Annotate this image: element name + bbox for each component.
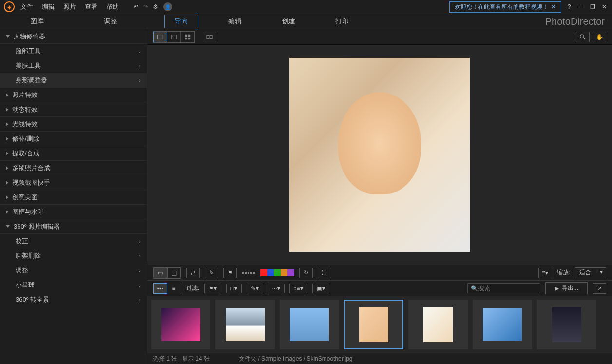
svg-rect-8 bbox=[210, 35, 212, 38]
menu-view[interactable]: 查看 bbox=[85, 2, 97, 11]
top-tools: ↶ ↷ ⚙ 👤 bbox=[134, 2, 172, 11]
minimize-icon[interactable]: — bbox=[577, 3, 585, 11]
thumbnail[interactable] bbox=[344, 300, 403, 349]
export-button[interactable]: ▶ 导出... bbox=[545, 282, 588, 294]
flag-icon[interactable]: ⚑ bbox=[223, 268, 237, 278]
color-swatches[interactable] bbox=[260, 269, 294, 276]
filter-brush[interactable]: ✎▾ bbox=[247, 284, 263, 293]
menu-help[interactable]: 帮助 bbox=[106, 2, 119, 11]
color-swatch[interactable] bbox=[281, 269, 287, 276]
view-grid-icon[interactable] bbox=[181, 32, 194, 42]
thumbnail[interactable] bbox=[280, 300, 339, 349]
thumbnail[interactable] bbox=[408, 300, 468, 349]
zoom-select[interactable]: 适合 ▾ bbox=[575, 267, 606, 278]
chevron-right-icon: › bbox=[139, 282, 141, 288]
filter-rating[interactable]: ···▾ bbox=[268, 284, 285, 293]
filter-stack[interactable]: ▣▾ bbox=[312, 284, 329, 293]
tutorial-banner[interactable]: 欢迎您！在此查看所有的教程视频！ ✕ bbox=[449, 1, 561, 13]
sidebar-group[interactable]: 光线特效 bbox=[0, 117, 147, 132]
undo-icon[interactable]: ↶ bbox=[134, 3, 138, 10]
color-swatch[interactable] bbox=[274, 269, 281, 276]
sidebar-group[interactable]: 人物修饰器 bbox=[0, 29, 147, 44]
menu-edit[interactable]: 编辑 bbox=[42, 2, 55, 11]
color-swatch[interactable] bbox=[287, 269, 294, 276]
search-box[interactable]: 🔍 ✕ bbox=[467, 283, 540, 293]
thumbnail-image bbox=[290, 308, 329, 341]
sidebar-sub-item[interactable]: 小星球› bbox=[0, 278, 147, 292]
thumbnail[interactable] bbox=[537, 300, 596, 349]
close-icon[interactable]: ✕ bbox=[551, 3, 556, 10]
filter-label-btn[interactable]: □▾ bbox=[226, 284, 241, 293]
layout-split-icon[interactable]: ◫ bbox=[167, 268, 181, 278]
tab-edit[interactable]: 编辑 bbox=[218, 15, 252, 28]
app-logo: ◉ bbox=[4, 1, 15, 12]
menu-file[interactable]: 文件 bbox=[20, 2, 33, 11]
sidebar-group-label: 修补/删除 bbox=[12, 134, 39, 143]
sidebar-group[interactable]: 照片特效 bbox=[0, 88, 147, 102]
menu-photo[interactable]: 照片 bbox=[63, 2, 76, 11]
view-thumb-icon[interactable] bbox=[167, 32, 181, 42]
rating-dots[interactable] bbox=[242, 272, 255, 274]
thumbnail[interactable] bbox=[473, 300, 532, 349]
main-image bbox=[289, 58, 470, 252]
tab-adjust[interactable]: 调整 bbox=[74, 14, 147, 29]
sidebar-group-label: 照片特效 bbox=[12, 91, 38, 99]
sidebar-group[interactable]: 图框与水印 bbox=[0, 205, 147, 219]
gear-icon[interactable]: ⚙ bbox=[153, 3, 158, 10]
thumb-small-icon[interactable]: ▪▪▪ bbox=[153, 283, 167, 294]
redo-icon[interactable]: ↷ bbox=[143, 3, 148, 10]
layout-group: ▭ ◫ bbox=[153, 267, 181, 279]
share-icon[interactable]: ↗ bbox=[593, 283, 606, 294]
compare-icon[interactable] bbox=[203, 32, 216, 42]
search-icon: 🔍 bbox=[471, 285, 478, 292]
sidebar-group[interactable]: 动态特效 bbox=[0, 102, 147, 117]
sidebar-group-label: 图框与水印 bbox=[12, 208, 44, 216]
thumbnail[interactable] bbox=[151, 300, 210, 349]
reload-icon[interactable]: ↻ bbox=[299, 268, 313, 278]
sidebar-group[interactable]: 修补/删除 bbox=[0, 132, 147, 146]
pan-icon[interactable]: ✋ bbox=[593, 32, 606, 42]
layout-single-icon[interactable]: ▭ bbox=[153, 268, 167, 278]
tab-guided[interactable]: 导向 bbox=[164, 15, 198, 28]
sidebar-sub-item[interactable]: 360º 转全景› bbox=[0, 292, 147, 307]
sidebar-group-label: 光线特效 bbox=[12, 120, 38, 129]
status-bar: 选择 1 张 - 显示 14 张 文件夹 / Sample Images / S… bbox=[147, 353, 612, 364]
sidebar-group[interactable]: 360º 照片编辑器 bbox=[0, 219, 147, 234]
sidebar-sub-item[interactable]: 校正› bbox=[0, 234, 147, 249]
user-icon[interactable]: 👤 bbox=[163, 2, 172, 11]
view-single-icon[interactable] bbox=[153, 32, 167, 42]
filter-toolbar: ▪▪▪ ≡ 过滤: ⚑▾ □▾ ✎▾ ···▾ ↕≡▾ ▣▾ 🔍 ✕ ▶ 导出.… bbox=[147, 280, 612, 296]
tab-print[interactable]: 打印 bbox=[325, 15, 359, 28]
crop-icon[interactable]: ⛶ bbox=[318, 268, 331, 278]
sidebar-group[interactable]: 视频截图快手 bbox=[0, 175, 147, 190]
color-swatch[interactable] bbox=[260, 269, 267, 276]
chevron-right-icon bbox=[6, 210, 8, 214]
filter-flag[interactable]: ⚑▾ bbox=[204, 284, 221, 293]
sidebar-sub-item[interactable]: 身形调整器› bbox=[0, 73, 147, 88]
tab-create[interactable]: 创建 bbox=[271, 15, 306, 28]
sidebar-group[interactable]: 多祯照片合成 bbox=[0, 161, 147, 175]
sidebar-sub-item[interactable]: 脸部工具› bbox=[0, 44, 147, 58]
app-name: PhotoDirector bbox=[545, 14, 605, 29]
close-window-icon[interactable]: ✕ bbox=[600, 3, 608, 11]
sidebar-group-label: 多祯照片合成 bbox=[12, 164, 50, 172]
chevron-right-icon: › bbox=[139, 63, 141, 69]
thumbnail[interactable] bbox=[215, 300, 275, 349]
sidebar-group[interactable]: 提取/合成 bbox=[0, 146, 147, 161]
list-icon[interactable]: ≡▾ bbox=[538, 268, 552, 278]
rotate-icon[interactable]: ⇄ bbox=[186, 268, 200, 278]
maximize-icon[interactable]: ❐ bbox=[589, 3, 596, 11]
tab-library[interactable]: 图库 bbox=[0, 14, 74, 29]
sidebar-sub-item[interactable]: 脚架删除› bbox=[0, 249, 147, 263]
brush-icon[interactable]: ✎ bbox=[205, 268, 218, 278]
top-right: 欢迎您！在此查看所有的教程视频！ ✕ ? — ❐ ✕ bbox=[449, 1, 608, 13]
image-viewer[interactable] bbox=[147, 45, 612, 265]
color-swatch[interactable] bbox=[267, 269, 274, 276]
sidebar-group[interactable]: 创意美图 bbox=[0, 190, 147, 205]
help-icon[interactable]: ? bbox=[565, 3, 573, 11]
zoom-icon[interactable] bbox=[576, 32, 590, 42]
sidebar-sub-item[interactable]: 调整› bbox=[0, 263, 147, 278]
thumb-list-icon[interactable]: ≡ bbox=[167, 283, 181, 294]
sidebar-sub-item[interactable]: 美肤工具› bbox=[0, 58, 147, 73]
filter-sort[interactable]: ↕≡▾ bbox=[289, 284, 307, 293]
